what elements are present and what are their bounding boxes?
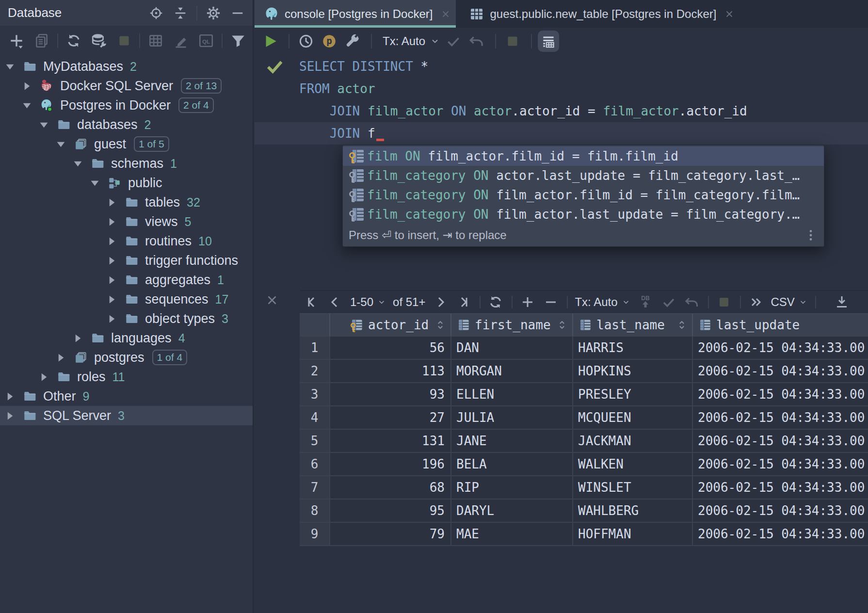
data-cell[interactable]: 2006-02-15 04:34:33.00 <box>693 523 868 546</box>
close-results-icon[interactable] <box>265 293 279 307</box>
tree-item[interactable]: aggregates 1 <box>0 270 253 290</box>
column-header-actor_id[interactable]: actor_id <box>330 314 451 337</box>
completion-item[interactable]: film_category ON film_actor.last_update … <box>343 205 824 224</box>
data-cell[interactable]: DARYL <box>451 500 573 523</box>
tree-expand-arrow[interactable] <box>107 314 125 324</box>
next-page-button[interactable] <box>432 294 449 310</box>
sql-editor[interactable]: SELECT DISTINCT *FROM actor JOIN film_ac… <box>255 55 868 145</box>
data-cell[interactable]: 79 <box>330 523 451 546</box>
cancel-query-button[interactable] <box>716 294 732 310</box>
close-tab-icon[interactable] <box>724 9 735 19</box>
tree-item[interactable]: tables 32 <box>0 193 253 212</box>
data-cell[interactable]: JULIA <box>451 406 573 430</box>
data-cell[interactable]: 2006-02-15 04:34:33.00 <box>693 476 868 500</box>
tree-item[interactable]: Docker SQL Server 2 of 13 <box>0 76 253 96</box>
tree-expand-arrow[interactable] <box>107 275 125 285</box>
tree-item[interactable]: routines 10 <box>0 231 253 251</box>
duplicate-button[interactable] <box>31 30 52 51</box>
tree-item[interactable]: Postgres in Docker 2 of 4 <box>0 96 253 115</box>
tree-item[interactable]: object types 3 <box>0 309 253 328</box>
submit-button[interactable] <box>637 294 654 310</box>
new-datasource-button[interactable] <box>6 30 27 51</box>
tree-item[interactable]: sequences 17 <box>0 290 253 309</box>
data-cell[interactable]: 2006-02-15 04:34:33.00 <box>693 360 868 383</box>
tree-item[interactable]: roles 11 <box>0 367 253 387</box>
column-header-first_name[interactable]: first_name <box>451 314 573 337</box>
history-button[interactable] <box>295 31 317 52</box>
locate-button[interactable] <box>148 5 164 21</box>
hide-panel-button[interactable] <box>229 5 246 21</box>
completion-item[interactable]: film ON film_actor.film_id = film.film_i… <box>343 146 824 166</box>
tree-item[interactable]: Other 9 <box>0 387 253 406</box>
data-cell[interactable]: 56 <box>330 337 451 360</box>
data-cell[interactable]: 2006-02-15 04:34:33.00 <box>693 430 868 453</box>
completion-item[interactable]: film_category ON film_actor.film_id = fi… <box>343 185 824 205</box>
data-cell[interactable]: 2006-02-15 04:34:33.00 <box>693 453 868 476</box>
data-cell[interactable]: ELLEN <box>451 383 573 406</box>
data-cell[interactable]: MCQUEEN <box>573 406 693 430</box>
sort-icon[interactable] <box>435 320 446 330</box>
data-cell[interactable]: HOPKINS <box>573 360 693 383</box>
data-cell[interactable]: MAE <box>451 523 573 546</box>
data-cell[interactable]: 2006-02-15 04:34:33.00 <box>693 406 868 430</box>
tree-expand-arrow[interactable] <box>107 236 125 246</box>
column-header-last_update[interactable]: last_update <box>693 314 868 337</box>
tree-expand-arrow[interactable] <box>107 256 125 266</box>
commit-button[interactable] <box>443 31 464 52</box>
close-tab-icon[interactable] <box>440 9 451 19</box>
tree-item[interactable]: views 5 <box>0 212 253 231</box>
data-cell[interactable]: 2006-02-15 04:34:33.00 <box>693 337 868 360</box>
data-cell[interactable]: 131 <box>330 430 451 453</box>
data-cell[interactable]: 27 <box>330 406 451 430</box>
data-cell[interactable]: MORGAN <box>451 360 573 383</box>
data-cell[interactable]: RIP <box>451 476 573 500</box>
tree-expand-arrow[interactable] <box>73 159 91 169</box>
tree-item[interactable]: public <box>0 173 253 193</box>
sort-icon[interactable] <box>557 320 567 330</box>
data-cell[interactable]: 93 <box>330 383 451 406</box>
filter-button[interactable] <box>227 30 249 51</box>
commit-button[interactable] <box>660 294 677 310</box>
column-header-last_name[interactable]: last_name <box>573 314 693 337</box>
tree-item[interactable]: schemas 1 <box>0 154 253 173</box>
jump-to-console-button[interactable] <box>195 30 217 51</box>
export-data-button[interactable] <box>834 294 850 310</box>
settings-button[interactable] <box>205 5 222 21</box>
data-cell[interactable]: HOFFMAN <box>573 523 693 546</box>
tree-expand-arrow[interactable] <box>107 197 125 208</box>
tree-expand-arrow[interactable] <box>5 411 23 421</box>
add-row-button[interactable] <box>519 294 536 310</box>
rollback-button[interactable] <box>684 294 700 310</box>
tree-item[interactable]: SQL Server 3 <box>0 406 253 425</box>
rollback-button[interactable] <box>466 31 487 52</box>
first-page-button[interactable] <box>304 294 320 310</box>
tree-item[interactable]: trigger functions <box>0 251 253 270</box>
tree-expand-arrow[interactable] <box>73 333 91 343</box>
open-table-button[interactable] <box>145 30 166 51</box>
data-cell[interactable]: 68 <box>330 476 451 500</box>
data-cell[interactable]: BELA <box>451 453 573 476</box>
editor-tab-console[interactable]: console [Postgres in Docker] <box>255 0 456 28</box>
previous-page-button[interactable] <box>327 294 343 310</box>
data-cell[interactable]: WINSLET <box>573 476 693 500</box>
data-cell[interactable]: 2006-02-15 04:34:33.00 <box>693 383 868 406</box>
tree-expand-arrow[interactable] <box>56 139 74 149</box>
more-actions-button[interactable] <box>748 294 764 310</box>
data-cell[interactable]: JACKMAN <box>573 430 693 453</box>
tree-expand-arrow[interactable] <box>107 217 125 227</box>
page-range-select[interactable]: 1-50 <box>350 295 386 309</box>
data-cell[interactable]: HARRIS <box>573 337 693 360</box>
collapse-all-button[interactable] <box>172 5 189 21</box>
stop-query-button[interactable] <box>502 31 523 52</box>
tree-item[interactable]: postgres 1 of 4 <box>0 348 253 367</box>
tree-expand-arrow[interactable] <box>5 391 23 402</box>
tree-expand-arrow[interactable] <box>5 62 23 72</box>
data-cell[interactable]: WAHLBERG <box>573 500 693 523</box>
completion-item[interactable]: film_category ON actor.last_update = fil… <box>343 166 824 185</box>
run-button[interactable] <box>259 31 281 52</box>
tree-expand-arrow[interactable] <box>39 120 57 130</box>
data-cell[interactable]: WALKEN <box>573 453 693 476</box>
data-cell[interactable]: 113 <box>330 360 451 383</box>
tree-expand-arrow[interactable] <box>22 100 40 111</box>
data-cell[interactable]: 95 <box>330 500 451 523</box>
